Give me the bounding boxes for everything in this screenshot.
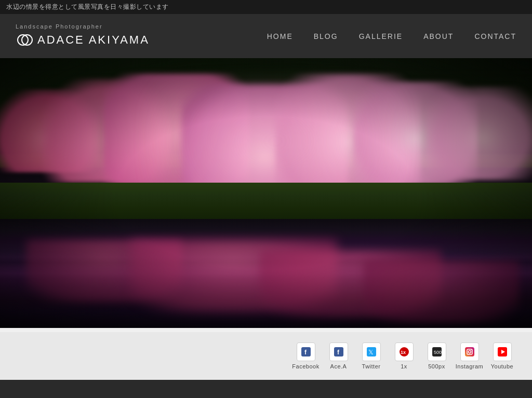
social-instagram[interactable]: Instagram [455, 342, 484, 369]
social-facebook[interactable]: f Facebook [291, 342, 320, 369]
twitter-icon: 𝕏 [362, 342, 381, 361]
announcement-bar: 水辺の情景を得意として風景写真を日々撮影しています [0, 0, 532, 14]
instagram-label: Instagram [456, 363, 483, 369]
hero-section [0, 58, 532, 328]
main-nav: HOME BLOG GALLERIE ABOUT CONTACT [267, 32, 516, 40]
social-acea[interactable]: f Ace.A [324, 342, 353, 369]
vignette [0, 58, 532, 328]
youtube-icon [493, 342, 512, 361]
announcement-text: 水辺の情景を得意として風景写真を日々撮影しています [6, 3, 169, 10]
onex-icon: 1x [395, 342, 414, 361]
hero-background [0, 58, 532, 328]
logo-area[interactable]: Landscape Photographer ADACE AKIYAMA [16, 23, 150, 49]
social-twitter[interactable]: 𝕏 Twitter [357, 342, 385, 369]
nav-blog[interactable]: BLOG [314, 32, 338, 40]
header: Landscape Photographer ADACE AKIYAMA HOM… [0, 14, 532, 58]
facebook-label: Facebook [292, 363, 319, 369]
logo-icon [16, 31, 34, 49]
svg-rect-12 [465, 347, 474, 356]
svg-point-15 [471, 349, 472, 350]
fivehundredpx-icon: 500 [428, 342, 446, 361]
svg-text:𝕏: 𝕏 [368, 349, 374, 356]
social-links: f Facebook f Ace.A 𝕏 Twitter [291, 342, 516, 369]
logo-text: ADACE AKIYAMA [37, 33, 150, 47]
social-1x[interactable]: 1x 1x [390, 342, 418, 369]
nav-contact[interactable]: CONTACT [474, 32, 516, 40]
social-youtube[interactable]: Youtube [488, 342, 516, 369]
footer: f Facebook f Ace.A 𝕏 Twitter [0, 332, 532, 380]
svg-text:500: 500 [434, 350, 442, 355]
logo-main: ADACE AKIYAMA [16, 31, 150, 49]
logo-subtitle: Landscape Photographer [16, 23, 150, 30]
nav-home[interactable]: HOME [267, 32, 293, 40]
acea-label: Ace.A [330, 363, 347, 369]
bottom-bar [0, 328, 532, 332]
fivehundredpx-label: 500px [428, 363, 445, 369]
youtube-label: Youtube [491, 363, 513, 369]
acea-icon: f [329, 342, 348, 361]
instagram-icon [460, 342, 479, 361]
onex-label: 1x [401, 363, 407, 369]
nav-about[interactable]: ABOUT [423, 32, 454, 40]
twitter-label: Twitter [362, 363, 381, 369]
facebook-icon: f [297, 342, 315, 361]
nav-gallerie[interactable]: GALLERIE [359, 32, 403, 40]
svg-text:1x: 1x [401, 350, 406, 355]
social-500px[interactable]: 500 500px [422, 342, 451, 369]
